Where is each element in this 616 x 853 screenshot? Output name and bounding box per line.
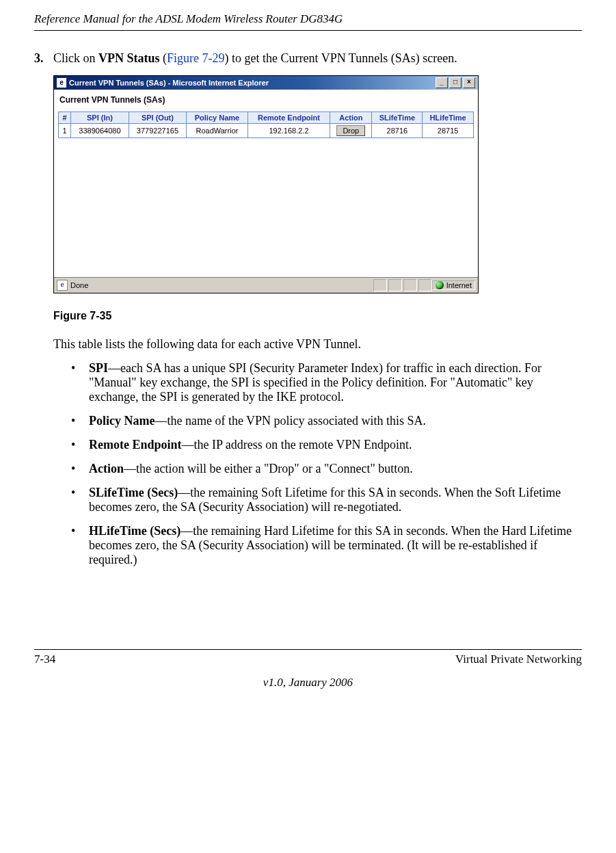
status-done: Done (70, 281, 373, 289)
term-slife: SLifeTime (Secs) (89, 486, 178, 499)
status-cell (418, 279, 432, 291)
list-item: SPI—each SA has a unique SPI (Security P… (71, 361, 582, 404)
cell-policy: RoadWarrior (187, 124, 248, 138)
section-title: Virtual Private Networking (75, 653, 582, 666)
def-policy: —the name of the VPN policy associated w… (155, 414, 426, 428)
window-titlebar: e Current VPN Tunnels (SAs) - Microsoft … (54, 76, 478, 90)
term-action: Action (89, 462, 124, 475)
running-header: Reference Manual for the ADSL Modem Wire… (34, 12, 582, 26)
window-title: Current VPN Tunnels (SAs) - Microsoft In… (69, 79, 436, 87)
header-rule (34, 30, 582, 31)
col-hlife: HLifeTime (423, 112, 474, 124)
page-footer: 7-34 Virtual Private Networking (34, 653, 582, 666)
step-text: Click on VPN Status (Figure 7-29) to get… (53, 51, 582, 66)
list-item: Remote Endpoint—the IP address on the re… (71, 438, 582, 452)
cell-spi-in: 3389064080 (71, 124, 129, 138)
col-policy: Policy Name (187, 112, 248, 124)
term-spi: SPI (89, 361, 108, 375)
internet-zone-icon (436, 281, 444, 289)
col-num: # (59, 112, 71, 124)
status-zone-text: Internet (446, 281, 472, 289)
def-spi: —each SA has a unique SPI (Security Para… (89, 361, 541, 404)
vpn-tunnels-table: # SPI (In) SPI (Out) Policy Name Remote … (58, 111, 474, 138)
drop-button[interactable]: Drop (336, 125, 365, 136)
cell-hlife: 28715 (423, 124, 474, 138)
close-button[interactable]: × (463, 77, 475, 88)
step-pre: Click on (53, 51, 98, 65)
col-remote: Remote Endpoint (247, 112, 330, 124)
status-zone: Internet (432, 280, 475, 290)
table-row: 1 3389064080 3779227165 RoadWarrior 192.… (59, 124, 474, 138)
list-item: HLifeTime (Secs)—the remaining Hard Life… (71, 524, 582, 567)
col-slife: SLifeTime (372, 112, 423, 124)
step-close: ) to get the Current VPN Tunnels (SAs) s… (225, 51, 457, 65)
vpn-tunnels-screenshot: e Current VPN Tunnels (SAs) - Microsoft … (53, 75, 479, 293)
figure-caption: Figure 7-35 (53, 310, 582, 322)
def-action: —the action will be either a "Drop" or a… (124, 462, 413, 475)
step-open: ( (160, 51, 168, 65)
version-line: v1.0, January 2006 (34, 676, 582, 690)
term-policy: Policy Name (89, 414, 155, 428)
list-item: SLifeTime (Secs)—the remaining Soft Life… (71, 486, 582, 514)
panel-title: Current VPN Tunnels (SAs) (58, 95, 474, 105)
term-remote: Remote Endpoint (89, 438, 182, 451)
term-hlife: HLifeTime (Secs) (89, 524, 180, 538)
col-spi-out: SPI (Out) (129, 112, 186, 124)
def-remote: —the IP address on the remote VPN Endpoi… (182, 438, 412, 451)
minimize-button[interactable]: _ (436, 77, 448, 88)
definitions-list: SPI—each SA has a unique SPI (Security P… (71, 361, 582, 567)
list-item: Action—the action will be either a "Drop… (71, 462, 582, 476)
figure-link[interactable]: Figure 7-29 (167, 51, 225, 65)
page-number: 7-34 (34, 653, 75, 666)
step-bold: VPN Status (98, 51, 160, 65)
col-action: Action (330, 112, 372, 124)
table-header-row: # SPI (In) SPI (Out) Policy Name Remote … (59, 112, 474, 124)
status-cell (403, 279, 417, 291)
step-number: 3. (34, 51, 53, 66)
intro-paragraph: This table lists the following data for … (53, 337, 582, 352)
cell-spi-out: 3779227165 (129, 124, 186, 138)
cell-action: Drop (330, 124, 372, 138)
status-bar: e Done Internet (54, 277, 478, 293)
ie-icon: e (57, 78, 66, 88)
col-spi-in: SPI (In) (71, 112, 129, 124)
footer-rule (34, 649, 582, 650)
ie-status-icon: e (57, 280, 68, 291)
cell-num: 1 (59, 124, 71, 138)
cell-slife: 28716 (372, 124, 423, 138)
maximize-button[interactable]: □ (449, 77, 461, 88)
list-item: Policy Name—the name of the VPN policy a… (71, 414, 582, 428)
browser-viewport: Current VPN Tunnels (SAs) # SPI (In) SPI… (54, 90, 478, 277)
status-cell (373, 279, 387, 291)
step-3: 3. Click on VPN Status (Figure 7-29) to … (34, 51, 582, 66)
cell-remote: 192.168.2.2 (247, 124, 330, 138)
status-cell (388, 279, 402, 291)
